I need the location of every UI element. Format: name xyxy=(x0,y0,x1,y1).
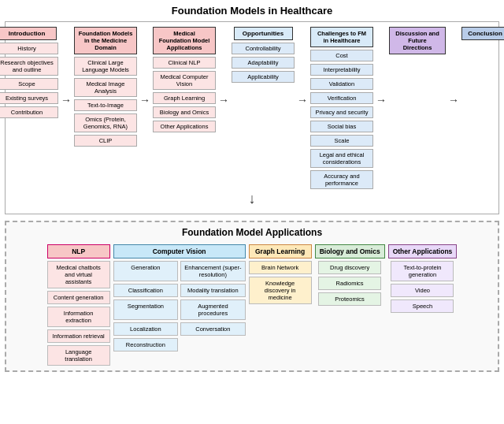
item-reconstruction: Reconstruction xyxy=(113,338,179,351)
arrow3: → xyxy=(218,94,229,106)
item-mcv: Medical Computer Vision xyxy=(153,71,216,90)
item-conversation: Conversation xyxy=(180,322,246,336)
item-classification: Classification xyxy=(113,284,179,297)
item-scope: Scope xyxy=(0,78,58,90)
item-applicability: Applicability xyxy=(232,71,295,83)
col-discussion: Discussion and Future Directions xyxy=(389,27,446,54)
col-opportunities: Opportunities Controllability Adaptabili… xyxy=(232,27,295,83)
item-radiomics: Radiomics xyxy=(318,277,381,290)
header-discussion: Discussion and Future Directions xyxy=(389,27,446,54)
arrow6: → xyxy=(448,94,459,106)
item-validation: Validation xyxy=(310,78,373,90)
item-text-protein: Text-to-protein generation xyxy=(391,261,454,281)
item-mia: Medical Image Analysis xyxy=(74,78,137,97)
item-research: Research objectives and outline xyxy=(0,57,58,76)
item-brain-network: Brain Network xyxy=(249,261,312,274)
col-gl: Graph Learning Brain Network Knowledge d… xyxy=(249,244,312,304)
item-cllm: Clinical Large Language Models xyxy=(74,57,137,76)
item-accuracy: Accuracy and performance xyxy=(310,170,373,189)
item-social-bias: Social bias xyxy=(310,121,373,132)
item-cnlp: Clinical NLP xyxy=(153,57,216,69)
item-content-gen: Content generation xyxy=(47,291,110,304)
top-diagram: Introduction History Research objectives… xyxy=(5,21,499,214)
header-other: Other Applications xyxy=(388,244,458,258)
item-segmentation: Segmentation xyxy=(113,299,179,320)
bottom-flow: NLP Medical chatbots and virtual assista… xyxy=(11,244,493,366)
col-other: Other Applications Text-to-protein gener… xyxy=(388,244,458,313)
item-enhancement: Enhancement (super-resolution) xyxy=(180,261,246,281)
col-conclusion: Conclusion xyxy=(461,27,504,40)
col-medical: Medical Foundation Model Applications Cl… xyxy=(153,27,216,132)
header-foundation: Foundation Models in the Medicine Domain xyxy=(74,27,137,54)
item-cost: Cost xyxy=(310,50,373,61)
item-knowledge: Knowledge discovery in medicine xyxy=(249,277,312,304)
arrow5: → xyxy=(376,94,387,106)
item-surveys: Existing surveys xyxy=(0,92,58,104)
item-verification: Verification xyxy=(310,92,373,104)
item-adaptability: Adaptability xyxy=(232,57,295,69)
arrow4: → xyxy=(297,94,308,106)
item-speech: Speech xyxy=(391,299,454,313)
page: Foundation Models in Healthcare Introduc… xyxy=(0,0,504,377)
item-bio-omics: Biology and Omics xyxy=(153,106,216,118)
item-omics: Omics (Protein, Genomics, RNA) xyxy=(74,113,137,132)
item-interpretability: Interpretability xyxy=(310,64,373,76)
item-tti: Text-to-Image xyxy=(74,99,137,111)
item-chatbots: Medical chatbots and virtual assistants xyxy=(47,261,110,288)
main-title: Foundation Models in Healthcare xyxy=(5,5,499,17)
header-nlp: NLP xyxy=(47,244,110,258)
header-opportunities: Opportunities xyxy=(234,27,293,40)
item-drug: Drug discovery xyxy=(318,261,381,274)
col-bio: Biology and Omics Drug discovery Radiomi… xyxy=(315,244,385,306)
item-clip: CLIP xyxy=(74,135,137,147)
item-gl: Graph Learning xyxy=(153,92,216,104)
col-introduction: Introduction History Research objectives… xyxy=(0,27,58,118)
item-contribution: Contribution xyxy=(0,106,58,118)
col-nlp: NLP Medical chatbots and virtual assista… xyxy=(47,244,110,366)
cv-grid: Generation Enhancement (super-resolution… xyxy=(113,261,246,351)
item-info-retrieval: Information retrieval xyxy=(47,329,110,343)
item-generation: Generation xyxy=(113,261,179,281)
down-arrow: ↓ xyxy=(9,191,495,207)
header-gl: Graph Learning xyxy=(249,244,312,258)
item-lang-trans: Language translation xyxy=(47,345,110,366)
arrow1: → xyxy=(61,94,72,106)
item-scale: Scale xyxy=(310,135,373,147)
col-cv: Computer Vision Generation Enhancement (… xyxy=(113,244,246,351)
arrow2: → xyxy=(139,94,150,106)
header-introduction: Introduction xyxy=(0,27,57,40)
bottom-title: Foundation Model Applications xyxy=(11,227,493,238)
header-conclusion: Conclusion xyxy=(461,27,504,40)
cv-placeholder xyxy=(180,338,246,351)
item-localization: Localization xyxy=(113,322,179,336)
item-privacy: Privacy and security xyxy=(310,106,373,118)
item-modality: Modality translation xyxy=(180,284,246,297)
item-augmented: Augmented procedures xyxy=(180,299,246,320)
item-other-apps: Other Applications xyxy=(153,121,216,132)
col-challenges: Challenges to FM in Healthcare Cost Inte… xyxy=(310,27,373,189)
item-video: Video xyxy=(391,284,454,297)
item-legal: Legal and ethical considerations xyxy=(310,149,373,168)
bottom-diagram: Foundation Model Applications NLP Medica… xyxy=(5,221,499,372)
col-foundation: Foundation Models in the Medicine Domain… xyxy=(74,27,137,147)
top-flow: Introduction History Research objectives… xyxy=(9,27,495,189)
header-bio: Biology and Omics xyxy=(315,244,385,258)
item-controllability: Controllability xyxy=(232,43,295,54)
item-history: History xyxy=(0,43,58,54)
item-proteomics: Proteomics xyxy=(318,292,381,306)
header-cv: Computer Vision xyxy=(113,244,246,258)
header-challenges: Challenges to FM in Healthcare xyxy=(310,27,373,47)
item-info-extract: Information extraction xyxy=(47,307,110,327)
header-medical: Medical Foundation Model Applications xyxy=(153,27,216,54)
